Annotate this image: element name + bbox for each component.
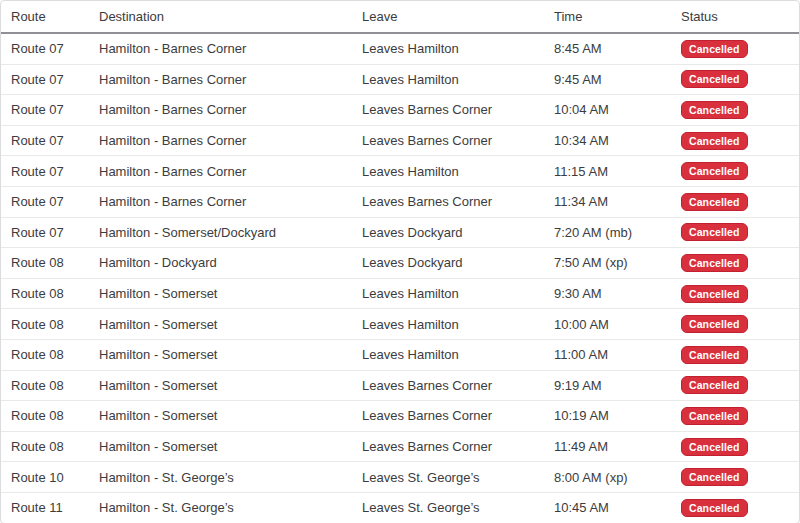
status-cell: Cancelled xyxy=(671,156,799,187)
route-cell: Route 08 xyxy=(1,248,89,279)
leave-cell: Leaves Barnes Corner xyxy=(352,125,544,156)
table-row: Route 08 Hamilton - Dockyard Leaves Dock… xyxy=(1,248,799,279)
leave-cell: Leaves Dockyard xyxy=(352,248,544,279)
status-cell: Cancelled xyxy=(671,462,799,493)
destination-cell: Hamilton - Barnes Corner xyxy=(89,125,352,156)
status-cell: Cancelled xyxy=(671,309,799,340)
destination-cell: Hamilton - St. George’s xyxy=(89,462,352,493)
time-cell: 11:00 AM xyxy=(544,339,671,370)
status-cell: Cancelled xyxy=(671,370,799,401)
route-cell: Route 11 xyxy=(1,492,89,522)
table-row: Route 08 Hamilton - Somerset Leaves Barn… xyxy=(1,431,799,462)
status-badge: Cancelled xyxy=(681,438,748,456)
leave-cell: Leaves Dockyard xyxy=(352,217,544,248)
status-badge: Cancelled xyxy=(681,346,748,364)
table-row: Route 07 Hamilton - Barnes Corner Leaves… xyxy=(1,186,799,217)
destination-cell: Hamilton - Somerset xyxy=(89,278,352,309)
table-row: Route 11 Hamilton - St. George’s Leaves … xyxy=(1,492,799,522)
status-cell: Cancelled xyxy=(671,401,799,432)
status-cell: Cancelled xyxy=(671,248,799,279)
route-cell: Route 08 xyxy=(1,370,89,401)
route-cell: Route 08 xyxy=(1,278,89,309)
table-row: Route 08 Hamilton - Somerset Leaves Hami… xyxy=(1,309,799,340)
status-cell: Cancelled xyxy=(671,492,799,522)
status-badge: Cancelled xyxy=(681,101,748,119)
route-cell: Route 07 xyxy=(1,217,89,248)
route-cell: Route 10 xyxy=(1,462,89,493)
status-badge: Cancelled xyxy=(681,468,748,486)
column-header-destination: Destination xyxy=(89,1,352,33)
leave-cell: Leaves Barnes Corner xyxy=(352,95,544,126)
column-header-time: Time xyxy=(544,1,671,33)
status-badge: Cancelled xyxy=(681,162,748,180)
leave-cell: Leaves Barnes Corner xyxy=(352,186,544,217)
table-row: Route 07 Hamilton - Barnes Corner Leaves… xyxy=(1,95,799,126)
time-cell: 8:00 AM (xp) xyxy=(544,462,671,493)
leave-cell: Leaves Barnes Corner xyxy=(352,401,544,432)
status-cell: Cancelled xyxy=(671,186,799,217)
table-row: Route 08 Hamilton - Somerset Leaves Hami… xyxy=(1,339,799,370)
route-cell: Route 07 xyxy=(1,33,89,64)
leave-cell: Leaves Hamilton xyxy=(352,339,544,370)
status-cell: Cancelled xyxy=(671,278,799,309)
time-cell: 10:45 AM xyxy=(544,492,671,522)
destination-cell: Hamilton - Somerset xyxy=(89,401,352,432)
route-cell: Route 07 xyxy=(1,125,89,156)
status-cell: Cancelled xyxy=(671,33,799,64)
status-cell: Cancelled xyxy=(671,431,799,462)
time-cell: 8:45 AM xyxy=(544,33,671,64)
time-cell: 10:04 AM xyxy=(544,95,671,126)
time-cell: 9:19 AM xyxy=(544,370,671,401)
status-badge: Cancelled xyxy=(681,285,748,303)
table-row: Route 08 Hamilton - Somerset Leaves Barn… xyxy=(1,401,799,432)
table-row: Route 07 Hamilton - Barnes Corner Leaves… xyxy=(1,125,799,156)
table-row: Route 10 Hamilton - St. George’s Leaves … xyxy=(1,462,799,493)
status-badge: Cancelled xyxy=(681,499,748,517)
time-cell: 10:34 AM xyxy=(544,125,671,156)
status-badge: Cancelled xyxy=(681,193,748,211)
table-row: Route 07 Hamilton - Somerset/Dockyard Le… xyxy=(1,217,799,248)
leave-cell: Leaves Barnes Corner xyxy=(352,431,544,462)
destination-cell: Hamilton - St. George’s xyxy=(89,492,352,522)
schedule-table-container: Route Destination Leave Time Status Rout… xyxy=(0,0,800,523)
status-cell: Cancelled xyxy=(671,339,799,370)
table-row: Route 07 Hamilton - Barnes Corner Leaves… xyxy=(1,64,799,95)
column-header-status: Status xyxy=(671,1,799,33)
leave-cell: Leaves Hamilton xyxy=(352,33,544,64)
leave-cell: Leaves Hamilton xyxy=(352,309,544,340)
route-cell: Route 07 xyxy=(1,95,89,126)
leave-cell: Leaves Hamilton xyxy=(352,278,544,309)
status-badge: Cancelled xyxy=(681,254,748,272)
leave-cell: Leaves St. George’s xyxy=(352,492,544,522)
time-cell: 7:20 AM (mb) xyxy=(544,217,671,248)
status-badge: Cancelled xyxy=(681,70,748,88)
time-cell: 11:34 AM xyxy=(544,186,671,217)
column-header-leave: Leave xyxy=(352,1,544,33)
destination-cell: Hamilton - Somerset xyxy=(89,370,352,401)
time-cell: 7:50 AM (xp) xyxy=(544,248,671,279)
time-cell: 9:45 AM xyxy=(544,64,671,95)
route-cell: Route 07 xyxy=(1,156,89,187)
destination-cell: Hamilton - Somerset xyxy=(89,339,352,370)
table-row: Route 07 Hamilton - Barnes Corner Leaves… xyxy=(1,33,799,64)
status-cell: Cancelled xyxy=(671,125,799,156)
status-cell: Cancelled xyxy=(671,95,799,126)
schedule-table: Route Destination Leave Time Status Rout… xyxy=(1,1,799,523)
destination-cell: Hamilton - Barnes Corner xyxy=(89,156,352,187)
status-badge: Cancelled xyxy=(681,223,748,241)
table-header-row: Route Destination Leave Time Status xyxy=(1,1,799,33)
route-cell: Route 08 xyxy=(1,401,89,432)
route-cell: Route 08 xyxy=(1,339,89,370)
status-badge: Cancelled xyxy=(681,376,748,394)
time-cell: 11:49 AM xyxy=(544,431,671,462)
leave-cell: Leaves St. George’s xyxy=(352,462,544,493)
status-cell: Cancelled xyxy=(671,64,799,95)
status-badge: Cancelled xyxy=(681,315,748,333)
table-row: Route 08 Hamilton - Somerset Leaves Barn… xyxy=(1,370,799,401)
leave-cell: Leaves Hamilton xyxy=(352,64,544,95)
destination-cell: Hamilton - Barnes Corner xyxy=(89,186,352,217)
destination-cell: Hamilton - Dockyard xyxy=(89,248,352,279)
time-cell: 10:00 AM xyxy=(544,309,671,340)
column-header-route: Route xyxy=(1,1,89,33)
status-badge: Cancelled xyxy=(681,407,748,425)
